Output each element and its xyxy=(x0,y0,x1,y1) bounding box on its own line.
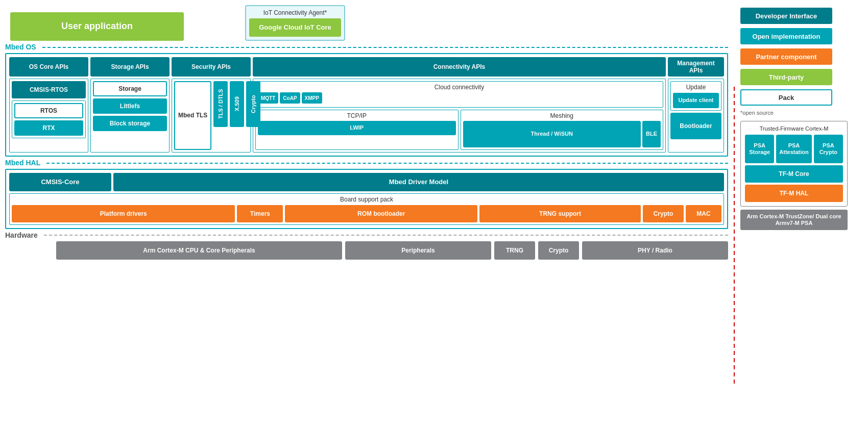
tcpip-title: TCP/IP xyxy=(258,112,456,119)
top-section: User application IoT Connectivity Agent*… xyxy=(5,5,728,41)
legend-thirdparty: Third-party xyxy=(740,69,853,85)
psa-attestation-box: PSA Attestation xyxy=(776,135,811,163)
crypto-hal-box: Crypto xyxy=(643,205,684,222)
hw-trng-box: TRNG xyxy=(494,241,535,260)
mbed-driver-box: Mbed Driver Model xyxy=(113,173,724,191)
hal-row1: CMSIS-Core Mbed Driver Model xyxy=(9,173,724,191)
coap-box: CoAP xyxy=(280,92,300,104)
psa-row: PSA Storage PSA Attestation PSA Crypto xyxy=(745,135,843,163)
hw-items-row: Arm Cortex-M CPU & Core Peripherals Peri… xyxy=(5,241,728,260)
mbed-hal-label: Mbed HAL xyxy=(5,159,42,167)
littlefs-box: Littlefs xyxy=(93,98,167,114)
bsp-items: Platform drivers Timers ROM bootloader T… xyxy=(12,205,721,222)
cloud-conn-container: Cloud connectivity MQTT CoAP XMPP xyxy=(255,81,663,108)
tfm-hal-box: TF-M HAL xyxy=(745,185,843,202)
os-core-api: OS Core APIs xyxy=(9,57,88,77)
meshing-container: Meshing Thread / WiSUN BLE xyxy=(461,110,664,150)
legend-developer-box: Developer Interface xyxy=(740,8,832,24)
main-container: User application IoT Connectivity Agent*… xyxy=(0,0,868,430)
meshing-row: Thread / WiSUN BLE xyxy=(463,121,661,147)
mac-box: MAC xyxy=(686,205,721,222)
hw-phy-box: PHY / Radio xyxy=(582,241,728,260)
tf-section: Trusted-Firmware Cortex-M PSA Storage PS… xyxy=(740,121,848,207)
cloud-conn-title: Cloud connectivity xyxy=(258,84,661,91)
tls-dtls-box: TLS / DTLS xyxy=(213,81,228,127)
lwip-box: LWIP xyxy=(258,121,456,135)
update-title: Update xyxy=(673,84,719,91)
mbed-tls-box: Mbed TLS xyxy=(174,81,211,150)
rtos-col: CMSIS-RTOS RTOS RTX xyxy=(9,79,88,153)
hw-peripherals-box: Peripherals xyxy=(345,241,491,260)
legend-thirdparty-box: Third-party xyxy=(740,69,832,85)
trng-support-box: TRNG support xyxy=(479,205,641,222)
thread-box: Thread / WiSUN xyxy=(463,121,641,147)
mbed-os-line: Mbed OS xyxy=(5,43,728,51)
legend-note: *open source xyxy=(740,110,853,116)
cmsis-rtos-box: CMSIS-RTOS xyxy=(12,81,86,98)
bootloader-box: Bootloader xyxy=(670,113,721,139)
security-api: Security APIs xyxy=(172,57,251,77)
mbed-os-section: OS Core APIs Storage APIs Security APIs … xyxy=(5,53,728,157)
hardware-label: Hardware xyxy=(5,231,40,239)
platform-drivers-box: Platform drivers xyxy=(12,205,235,222)
meshing-title: Meshing xyxy=(463,112,661,119)
legend-partner-box: Partner component xyxy=(740,48,832,65)
hardware-section: Hardware xyxy=(5,231,728,239)
psa-storage-box: PSA Storage xyxy=(745,135,774,163)
mbed-hal-section: CMSIS-Core Mbed Driver Model Board suppo… xyxy=(5,169,728,229)
connectivity-api: Connectivity APIs xyxy=(253,57,666,77)
management-col: Update Update client Bootloader xyxy=(668,79,724,153)
hw-cpu-box: Arm Cortex-M CPU & Core Peripherals xyxy=(56,241,342,260)
timers-box: Timers xyxy=(237,205,283,222)
storage-col: Storage Littlefs Block storage xyxy=(90,79,170,153)
ble-box: BLE xyxy=(642,121,661,147)
block-storage-box: Block storage xyxy=(93,116,167,131)
hal-bsp: Board support pack Platform drivers Time… xyxy=(9,193,724,225)
legend-pack: Pack xyxy=(740,89,853,106)
tcpip-container: TCP/IP LWIP xyxy=(255,110,459,150)
diagram-area: User application IoT Connectivity Agent*… xyxy=(5,5,728,425)
legend-partner: Partner component xyxy=(740,48,853,65)
tcpip-meshing-row: TCP/IP LWIP Meshing Thread / WiSUN BLE xyxy=(255,110,663,150)
cloud-conn-row: MQTT CoAP XMPP xyxy=(258,92,661,104)
mbed-hal-line: Mbed HAL xyxy=(5,159,728,167)
x509-box: X.509 xyxy=(230,81,244,127)
storage-label-box: Storage xyxy=(93,81,167,96)
xmpp-box: XMPP xyxy=(302,92,322,104)
tf-title: Trusted-Firmware Cortex-M xyxy=(745,125,843,132)
psa-crypto-box: PSA Crypto xyxy=(814,135,843,163)
right-area: Developer Interface Open implementation … xyxy=(740,5,863,425)
rtos-box: RTOS xyxy=(14,103,83,118)
components-row: CMSIS-RTOS RTOS RTX Storage Littlefs Blo… xyxy=(9,79,724,153)
tf-wrapper: Trusted-Firmware Cortex-M PSA Storage PS… xyxy=(740,121,863,230)
tf-hw-box: Arm Cortex-M TrustZone/ Dual core Armv7-… xyxy=(740,210,848,230)
mqtt-box: MQTT xyxy=(258,92,278,104)
legend-open: Open implementation xyxy=(740,28,853,44)
tfm-core-box: TF-M Core xyxy=(745,165,843,183)
management-api: Management APIs xyxy=(668,57,724,77)
crypto-box: Crypto xyxy=(246,81,260,127)
hw-crypto-box: Crypto xyxy=(538,241,579,260)
security-col: Mbed TLS TLS / DTLS X.509 Crypto xyxy=(172,79,251,153)
rom-bootloader-box: ROM bootloader xyxy=(285,205,477,222)
google-cloud-box: Google Cloud IoT Core xyxy=(249,18,341,37)
connectivity-col: Cloud connectivity MQTT CoAP XMPP TCP/IP… xyxy=(253,79,666,153)
cmsis-core-box: CMSIS-Core xyxy=(9,173,111,191)
bsp-title: Board support pack xyxy=(12,196,721,203)
legend-area: Developer Interface Open implementation … xyxy=(740,5,853,116)
red-divider xyxy=(733,87,735,384)
update-client-box: Update client xyxy=(673,93,719,108)
api-row: OS Core APIs Storage APIs Security APIs … xyxy=(9,57,724,77)
legend-open-box: Open implementation xyxy=(740,28,832,44)
legend-developer: Developer Interface xyxy=(740,8,853,24)
iot-title: IoT Connectivity Agent* xyxy=(263,9,327,16)
mbed-os-label: Mbed OS xyxy=(5,43,38,51)
user-app-box: User application xyxy=(10,12,184,41)
legend-pack-box: Pack xyxy=(740,89,832,106)
iot-container: IoT Connectivity Agent* Google Cloud IoT… xyxy=(245,5,345,41)
mbed-hal-dashed-line xyxy=(46,163,728,164)
storage-api: Storage APIs xyxy=(90,57,170,77)
mbed-os-dashed-line xyxy=(42,47,728,48)
rtx-box: RTX xyxy=(14,120,83,136)
